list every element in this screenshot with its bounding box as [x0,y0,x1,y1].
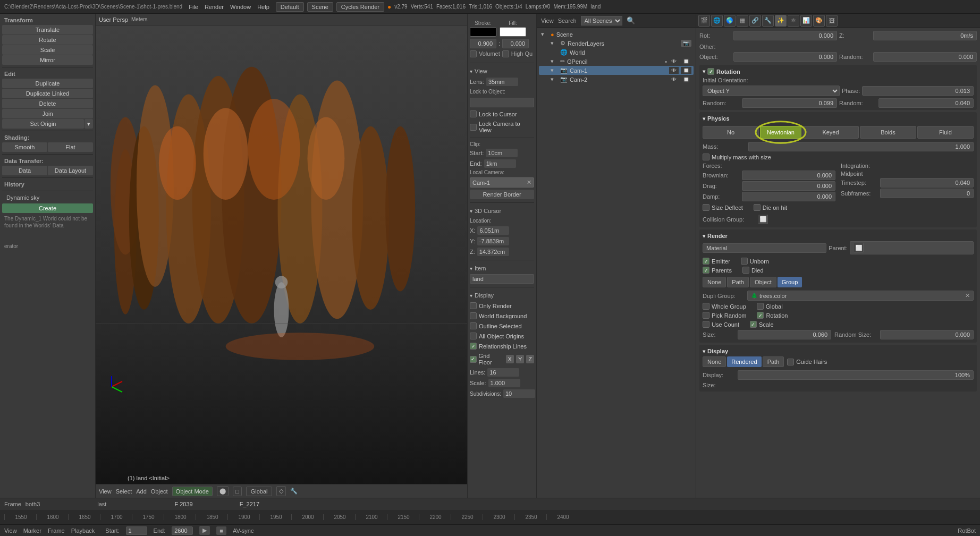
end-frame-input[interactable] [172,526,193,535]
display-rendered-btn[interactable]: Rendered [727,356,761,367]
renderer-select[interactable]: Cycles Render [336,2,384,12]
duplicate-linked-btn[interactable]: Duplicate Linked [2,89,93,98]
lines-input[interactable] [487,368,519,377]
subframes-value[interactable]: 0 [880,189,974,198]
start-input[interactable] [486,149,518,157]
global-cb[interactable] [757,303,764,310]
create-btn[interactable]: Create [2,203,93,213]
set-origin-arrow-btn[interactable]: ▾ [85,119,93,129]
display-section-header[interactable]: Display [470,291,534,300]
scale-btn[interactable]: Scale [2,45,93,55]
size-deflect-cb[interactable] [703,204,709,211]
translate-btn[interactable]: Translate [2,25,93,35]
lock-to-object-input[interactable] [470,98,534,107]
data-btn[interactable]: Data [2,166,47,175]
end-input[interactable] [484,159,516,168]
render-path-btn[interactable]: Path [727,277,749,287]
timestep-value[interactable]: 0.040 [880,178,974,188]
tree-item-cam2[interactable]: ▾ 📷 Cam-2 👁 🔲 [539,75,694,84]
render-object-btn[interactable]: Object [750,277,776,287]
all-origins-cb[interactable] [470,333,477,339]
drag-value[interactable]: 0.000 [742,181,835,191]
sb-frame-btn[interactable]: Frame [48,528,65,534]
stop-btn[interactable]: ■ [216,526,226,535]
scale-input[interactable] [488,379,520,387]
display-d-value[interactable]: 100% [738,370,974,380]
vp-object-btn[interactable]: Object [151,488,168,495]
modifiers-icon-btn[interactable]: 🔧 [762,15,774,27]
vp-view-btn[interactable]: View [99,488,112,495]
fluid-btn[interactable]: Fluid [917,126,974,139]
mode-toggle[interactable]: Default [276,2,304,12]
smooth-btn[interactable]: Smooth [2,142,47,152]
menu-file[interactable]: File [189,4,198,10]
object-mode-select[interactable]: Object Mode [172,487,213,496]
render-icon-btn[interactable]: 🎬 [698,15,710,27]
outliner-scope-select[interactable]: All Scenes [581,16,622,25]
outline-sel-cb[interactable] [470,322,477,329]
cursor-section-header[interactable]: 3D Cursor [470,206,534,216]
viewport-3d[interactable]: (1) land <Initial> [96,25,467,484]
constraints-icon-btn[interactable]: 🔗 [749,15,761,27]
newtonian-btn[interactable]: Newtonian [760,126,801,139]
whole-group-cb[interactable] [703,303,709,310]
play-btn[interactable]: ▶ [199,526,210,535]
scale-cb[interactable] [750,321,757,328]
parents-cb[interactable] [703,267,709,274]
data-layout-btn[interactable]: Data Layout [48,166,93,175]
sb-marker-btn[interactable]: Marker [23,528,41,534]
rotation-cb[interactable] [757,312,764,319]
tree-item-cam1[interactable]: ▾ 📷 Cam-1 👁 🔲 [539,66,694,75]
world-icon-btn[interactable]: 🌎 [724,15,736,27]
pick-random-cb[interactable] [703,312,709,319]
rel-lines-cb[interactable] [470,343,477,350]
item-name-input[interactable] [470,274,534,284]
rotate-btn[interactable]: Rotate [2,35,93,45]
cam-select[interactable]: Cam-1 ✕ [470,177,534,188]
pivot-btn[interactable]: ◇ [276,486,286,496]
scene-select[interactable]: Scene [307,2,333,12]
menu-help[interactable]: Help [257,4,269,10]
sb-playback-btn[interactable]: Playback [71,528,95,534]
vp-add-btn[interactable]: Add [136,488,147,495]
item-section-header[interactable]: Item [470,263,534,273]
boids-btn[interactable]: Boids [860,126,916,139]
random-p-value[interactable]: 0.099 [742,98,837,108]
set-origin-btn[interactable]: Set Origin [2,119,84,129]
died-cb[interactable] [742,267,749,274]
display-none-btn[interactable]: None [703,356,726,367]
grid-floor-cb[interactable] [470,356,477,363]
grid-z-btn[interactable]: Z [526,355,534,363]
random3-value[interactable]: 0.000 [873,52,977,62]
timeline-body[interactable]: 1550 1600 1650 1700 1750 1800 1850 1900 … [0,510,980,524]
textures-icon-btn[interactable]: 🖼 [826,15,838,27]
cam1-vis-icon[interactable]: 👁 [669,67,679,74]
grid-x-btn[interactable]: X [506,355,514,363]
cz-input[interactable] [477,248,509,256]
obj-icon-btn[interactable]: ▦ [737,15,748,27]
view-section-header[interactable]: View [470,66,534,76]
cam1-render-icon[interactable]: 🔲 [681,67,691,74]
emitter-cb[interactable] [703,258,709,265]
join-btn[interactable]: Join [2,109,93,118]
rotation-enable-cb[interactable] [707,68,714,75]
brownian-value[interactable]: 0.000 [742,171,835,180]
group-remove-icon[interactable]: ✕ [965,292,970,299]
render-none-btn[interactable]: None [703,277,726,287]
cy-input[interactable] [477,237,509,245]
tree-item-scene[interactable]: ▾ ● Scene [539,30,694,39]
fill-value-input[interactable] [502,39,529,48]
rot-value[interactable]: 0.000 [733,31,837,40]
die-on-hit-cb[interactable] [754,204,761,211]
global-select[interactable]: Global [246,487,273,496]
mass-value[interactable]: 1.000 [748,142,974,151]
lock-cam-view-cb[interactable] [470,124,477,131]
menu-window[interactable]: Window [230,4,251,10]
render-group-btn[interactable]: Group [778,277,802,287]
scene-icon-btn[interactable]: 🌐 [711,15,723,27]
phase-value[interactable]: 0.013 [862,86,974,96]
highqu-cb[interactable] [502,50,509,57]
guide-hairs-cb[interactable] [787,359,794,365]
damp-value[interactable]: 0.000 [742,192,835,201]
multiply-mass-cb[interactable] [703,154,709,160]
